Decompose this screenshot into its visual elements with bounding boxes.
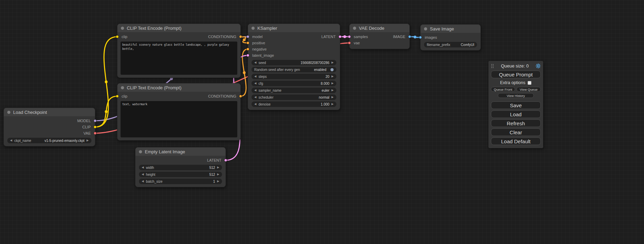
node-clip-text-encode-positive[interactable]: CLIP Text Encode (Prompt) clip CONDITION…: [117, 24, 241, 78]
decrement-arrow-icon[interactable]: ◀: [254, 96, 256, 99]
decrement-arrow-icon[interactable]: ◀: [254, 75, 256, 78]
node-title-bar[interactable]: CLIP Text Encode (Prompt): [117, 24, 240, 32]
width-widget[interactable]: ◀ width 512 ▶: [139, 165, 222, 170]
node-empty-latent-image[interactable]: Empty Latent Image LATENT ◀ width 512 ▶ …: [135, 147, 226, 187]
positive-input-port[interactable]: [246, 42, 249, 45]
cfg-widget[interactable]: ◀ cfg 8.000 ▶: [252, 81, 336, 86]
collapse-dot-icon[interactable]: [7, 111, 10, 114]
decrement-arrow-icon[interactable]: ◀: [142, 166, 144, 169]
samples-input-port[interactable]: [348, 35, 351, 38]
decrement-arrow-icon[interactable]: ◀: [142, 173, 144, 176]
queue-front-button[interactable]: Queue Front: [491, 87, 515, 92]
increment-arrow-icon[interactable]: ▶: [332, 103, 334, 106]
node-title-bar[interactable]: CLIP Text Encode (Prompt): [117, 83, 240, 92]
queue-prompt-button[interactable]: Queue Prompt: [491, 71, 541, 78]
toggle-knob-icon[interactable]: [330, 68, 334, 71]
increment-arrow-icon[interactable]: ▶: [217, 166, 219, 169]
node-title-bar[interactable]: VAE Decode: [350, 24, 409, 32]
vae-input-port[interactable]: [348, 42, 351, 45]
slot-row: vae: [350, 40, 409, 46]
drag-handle-icon[interactable]: [491, 64, 494, 68]
widget-name: scheduler: [258, 96, 273, 99]
height-widget[interactable]: ◀ height 512 ▶: [139, 172, 222, 177]
output-label: CONDITIONING: [208, 94, 236, 98]
output-slot-vae: VAE: [4, 130, 95, 136]
node-title: VAE Decode: [359, 26, 384, 31]
seed-widget[interactable]: ◀ seed 156680208700286 ▶: [252, 60, 336, 65]
view-queue-button[interactable]: View Queue: [517, 87, 541, 92]
node-title: Empty Latent Image: [145, 149, 185, 154]
model-input-port[interactable]: [246, 35, 249, 38]
denoise-widget[interactable]: ◀ denoise 1.000 ▶: [252, 101, 336, 107]
latent-output-port[interactable]: [338, 35, 342, 38]
steps-widget[interactable]: ◀ steps 20 ▶: [252, 74, 336, 79]
increment-arrow-icon[interactable]: ▶: [332, 89, 334, 92]
negative-input-port[interactable]: [246, 48, 249, 51]
images-input-port[interactable]: [419, 36, 422, 39]
decrement-arrow-icon[interactable]: ◀: [254, 82, 256, 85]
latent-image-input-port[interactable]: [246, 54, 249, 57]
output-label: LATENT: [321, 35, 336, 39]
collapse-dot-icon[interactable]: [121, 27, 124, 30]
node-title-bar[interactable]: KSampler: [248, 24, 340, 32]
decrement-arrow-icon[interactable]: ◀: [142, 180, 144, 183]
load-default-button[interactable]: Load Default: [491, 137, 541, 145]
decrement-arrow-icon[interactable]: ◀: [254, 103, 256, 106]
node-vae-decode[interactable]: VAE Decode samples IMAGE vae: [349, 24, 410, 49]
settings-gear-icon[interactable]: [536, 63, 541, 69]
ckpt-name-widget[interactable]: ◀ ckpt_name v1-5-pruned-emaonly.ckpt ▶: [7, 138, 91, 143]
decrement-arrow-icon[interactable]: ◀: [254, 89, 256, 92]
latent-output-port[interactable]: [224, 159, 227, 162]
image-output-port[interactable]: [408, 35, 411, 38]
node-graph-canvas[interactable]: Load Checkpoint MODEL CLIP VAE ◀ ckpt_na…: [0, 0, 644, 244]
increment-arrow-icon[interactable]: ▶: [332, 61, 334, 64]
clip-output-port[interactable]: [94, 126, 97, 129]
clip-input-port[interactable]: [116, 95, 119, 98]
input-label: samples: [354, 35, 368, 39]
node-title-bar[interactable]: Load Checkpoint: [4, 108, 95, 116]
filename-prefix-widget[interactable]: filename_prefix ComfyUI: [424, 42, 477, 47]
conditioning-output-port[interactable]: [239, 95, 242, 98]
clip-input-port[interactable]: [116, 35, 119, 38]
increment-arrow-icon[interactable]: ▶: [332, 96, 334, 99]
collapse-dot-icon[interactable]: [121, 86, 124, 89]
node-title-bar[interactable]: Save Image: [421, 25, 480, 33]
collapse-dot-icon[interactable]: [252, 27, 255, 30]
vae-output-port[interactable]: [94, 132, 97, 135]
node-save-image[interactable]: Save Image images filename_prefix ComfyU…: [420, 24, 481, 51]
increment-arrow-icon[interactable]: ▶: [217, 180, 219, 183]
save-button[interactable]: Save: [491, 101, 541, 109]
node-clip-text-encode-negative[interactable]: CLIP Text Encode (Prompt) clip CONDITION…: [117, 83, 241, 141]
increment-arrow-icon[interactable]: ▶: [87, 139, 89, 142]
increment-arrow-icon[interactable]: ▶: [332, 75, 334, 78]
collapse-dot-icon[interactable]: [139, 150, 142, 153]
clear-button[interactable]: Clear: [491, 128, 541, 136]
random-seed-toggle-widget[interactable]: Random seed after every gen enabled: [252, 67, 336, 72]
collapse-dot-icon[interactable]: [424, 27, 427, 30]
node-load-checkpoint[interactable]: Load Checkpoint MODEL CLIP VAE ◀ ckpt_na…: [3, 108, 95, 146]
increment-arrow-icon[interactable]: ▶: [217, 173, 219, 176]
node-title-bar[interactable]: Empty Latent Image: [135, 147, 226, 156]
extra-options-checkbox[interactable]: [528, 81, 531, 85]
load-button[interactable]: Load: [491, 110, 541, 118]
decrement-arrow-icon[interactable]: ◀: [10, 139, 12, 142]
batch-size-widget[interactable]: ◀ batch_size 1 ▶: [139, 179, 222, 184]
view-history-button[interactable]: View History: [498, 93, 534, 98]
refresh-button[interactable]: Refresh: [491, 119, 541, 127]
slot-row: samples IMAGE: [350, 34, 409, 40]
prompt-textarea[interactable]: beautiful scenery nature glass bottle la…: [121, 42, 237, 75]
node-title: Save Image: [430, 26, 454, 31]
prompt-textarea[interactable]: text, watermark: [121, 101, 237, 137]
widget-name: sampler_name: [258, 89, 281, 92]
conditioning-output-port[interactable]: [239, 35, 242, 38]
collapse-dot-icon[interactable]: [353, 27, 356, 30]
model-output-port[interactable]: [94, 119, 97, 123]
widget-name: height: [146, 173, 155, 177]
sampler-name-widget[interactable]: ◀ sampler_name euler ▶: [252, 88, 336, 93]
decrement-arrow-icon[interactable]: ◀: [254, 61, 256, 64]
input-label: clip: [122, 94, 127, 98]
node-ksampler[interactable]: KSampler model LATENT positive negative …: [248, 24, 340, 110]
increment-arrow-icon[interactable]: ▶: [332, 82, 334, 85]
scheduler-widget[interactable]: ◀ scheduler normal ▶: [252, 94, 336, 100]
output-label: CONDITIONING: [208, 35, 236, 39]
